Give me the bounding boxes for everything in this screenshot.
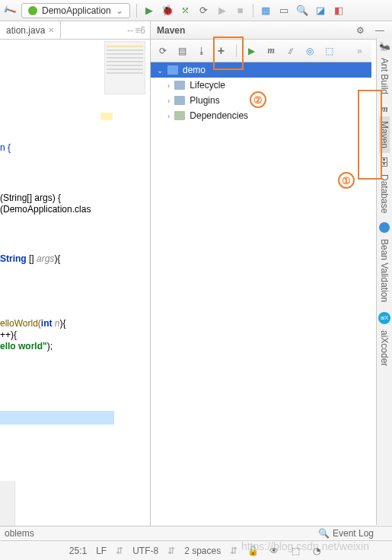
node-label: Plugins — [190, 95, 219, 106]
more-icon[interactable]: » — [355, 46, 364, 56]
tree-node-plugins[interactable]: › Plugins — [151, 93, 371, 108]
folder-icon — [174, 96, 185, 105]
plugin-icon[interactable]: ◪ — [314, 5, 327, 17]
chevron-down-icon: ⌄ — [157, 66, 163, 75]
folder-icon — [174, 81, 185, 90]
profile-icon[interactable]: ⟳ — [198, 5, 210, 17]
run-config-label: DemoApplication — [42, 5, 111, 16]
run-icon[interactable]: ▶ — [143, 5, 155, 17]
main-area: n { (String[] args) { (DemoApplication.c… — [0, 40, 392, 527]
status-bar: oblems 🔍Event Log — [0, 526, 392, 539]
chevron-down-icon: ⌄ — [116, 5, 123, 16]
run-config-dropdown[interactable]: DemoApplication ⌄ — [21, 3, 130, 18]
status-misc-1-icon[interactable]: ⬚ — [289, 545, 301, 557]
collapse-icon[interactable]: ⬚ — [325, 46, 333, 56]
database-icon: 🗄 — [380, 158, 389, 168]
maven-goal-icon[interactable]: m — [266, 46, 275, 56]
tab-marker: ↔≡6 — [126, 25, 145, 36]
chevron-right-icon: › — [167, 97, 170, 105]
status-bar-2: 25:1 LF⇵ UTF-8⇵ 2 spaces⇵ 🔓 👁 ⬚ ◔ — [0, 540, 392, 560]
ant-icon: 🐜 — [379, 41, 390, 52]
editor-tab-bar: ation.java ✕ ↔≡6 Maven ⚙ — — [0, 21, 392, 40]
rail-database[interactable]: Database — [379, 170, 390, 218]
selection-highlight — [0, 411, 114, 425]
code-area[interactable]: n { (String[] args) { (DemoApplication.c… — [0, 131, 114, 438]
line-sep[interactable]: LF — [96, 546, 107, 556]
editor-tab[interactable]: ation.java ✕ — [0, 21, 61, 39]
notif-icon[interactable]: ◧ — [333, 5, 345, 17]
bean-icon — [379, 222, 390, 233]
rail-maven[interactable]: Maven — [379, 116, 390, 153]
main-toolbar: 🔨 DemoApplication ⌄ ▶ 🐞 ⤱ ⟳ ▶ ■ ▦ ▭ 🔍 ◪ … — [0, 0, 392, 21]
aix-icon: aiX — [378, 312, 390, 324]
spring-icon — [28, 6, 37, 15]
rail-bean[interactable]: Bean Validation — [379, 234, 390, 307]
lock-icon[interactable]: 🔓 — [247, 545, 259, 557]
gear-icon[interactable]: ⚙ — [354, 24, 366, 37]
close-icon[interactable]: ✕ — [48, 26, 54, 34]
maven-toolbar: ⟳ ▤ ⭳ + ▶ m ⫽ ◎ ⬚ » — [151, 40, 371, 62]
caret-pos[interactable]: 25:1 — [69, 546, 87, 556]
tree-node-lifecycle[interactable]: › Lifecycle — [151, 78, 371, 93]
build-icon[interactable]: 🔨 — [1, 2, 18, 19]
problems-tab[interactable]: oblems — [0, 528, 34, 539]
coverage-icon[interactable]: ⤱ — [180, 5, 192, 17]
encoding[interactable]: UTF-8 — [132, 546, 158, 556]
event-log[interactable]: Event Log — [333, 528, 374, 539]
rail-aix[interactable]: aiXcoder — [379, 326, 390, 371]
search-status-icon[interactable]: 🔍 — [318, 528, 330, 539]
minimize-icon[interactable]: — — [374, 24, 386, 37]
inspect-icon[interactable]: 👁 — [268, 545, 280, 557]
show-deps-icon[interactable]: ◎ — [306, 46, 314, 56]
maven-title: Maven — [157, 25, 185, 36]
maven-project-root[interactable]: ⌄ demo — [151, 62, 371, 78]
maven-panel-header: Maven ⚙ — — [151, 21, 392, 40]
right-tool-rail: 🐜 Ant Build m Maven 🗄 Database Bean Vali… — [376, 38, 392, 525]
chevron-right-icon: › — [167, 81, 170, 90]
refresh-icon[interactable]: ⟳ — [158, 46, 167, 56]
maven-rail-icon: m — [381, 103, 387, 115]
chevron-right-icon: › — [167, 112, 170, 120]
folder-icon — [174, 111, 185, 120]
rail-ant[interactable]: Ant Build — [379, 53, 390, 99]
debug-icon[interactable]: 🐞 — [161, 5, 174, 17]
indent[interactable]: 2 spaces — [184, 546, 221, 556]
tab-label: ation.java — [6, 25, 45, 36]
tree-node-dependencies[interactable]: › Dependencies — [151, 108, 371, 123]
status-misc-2-icon[interactable]: ◔ — [311, 545, 323, 557]
toggle-skip-icon[interactable]: ⫽ — [286, 46, 295, 56]
maven-panel: ⟳ ▤ ⭳ + ▶ m ⫽ ◎ ⬚ » ⌄ demo › Lifecycle — [151, 40, 371, 527]
minimap[interactable] — [104, 41, 145, 94]
module-icon — [167, 65, 178, 75]
generate-icon[interactable]: ▤ — [177, 46, 186, 56]
editor-pane: n { (String[] args) { (DemoApplication.c… — [0, 40, 151, 527]
run-maven-icon[interactable]: ▶ — [247, 46, 256, 56]
update-icon[interactable]: ▦ — [260, 5, 272, 17]
node-label: Lifecycle — [190, 80, 225, 91]
maven-tree: ⌄ demo › Lifecycle › Plugins › Dependenc… — [151, 62, 371, 527]
stop-icon: ■ — [234, 5, 247, 17]
editor-gutter — [0, 481, 15, 527]
run-disabled-icon: ▶ — [216, 5, 228, 17]
gutter-highlight — [100, 113, 113, 120]
terminal-icon[interactable]: ▭ — [278, 5, 290, 17]
add-icon[interactable]: + — [217, 46, 225, 56]
project-name: demo — [183, 65, 206, 75]
search-icon[interactable]: 🔍 — [296, 5, 308, 17]
node-label: Dependencies — [190, 110, 248, 121]
download-icon[interactable]: ⭳ — [197, 46, 206, 56]
